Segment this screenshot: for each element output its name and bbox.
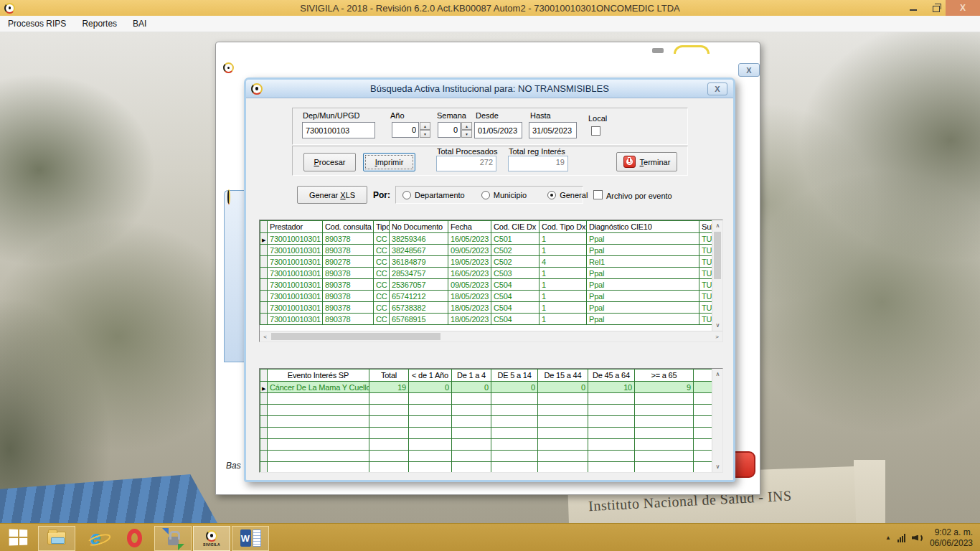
taskbar-transfer-lock[interactable] <box>154 526 192 551</box>
week-input[interactable] <box>438 122 461 138</box>
table-row[interactable]: 730010010301890378CC6574121218/05/2023C5… <box>260 291 714 302</box>
scroll-down-icon[interactable]: ∨ <box>712 320 723 331</box>
results-tbody: 730010010301890378CC3825934616/05/2023C5… <box>260 233 714 325</box>
scroll-right-icon[interactable]: > <box>712 331 722 342</box>
actions-panel: Procesar Imprimir Total Procesados 272 T… <box>292 146 688 176</box>
local-checkbox[interactable] <box>591 126 600 136</box>
transfer-lock-icon <box>168 537 179 545</box>
radio-municipio[interactable]: Municipio <box>481 191 527 199</box>
start-button[interactable] <box>0 524 37 551</box>
header-row: Prestador Cod. consulta Tipo No Document… <box>260 221 714 233</box>
close-button[interactable]: X <box>946 0 980 16</box>
minimize-button[interactable] <box>903 0 924 16</box>
dialog-titlebar[interactable]: Búsqueda Activa Institucional para: NO T… <box>246 80 733 98</box>
close-icon[interactable]: X <box>738 63 760 77</box>
dep-mun-upgd-input[interactable] <box>302 122 375 138</box>
menu-reportes[interactable]: Reportes <box>74 17 125 31</box>
table-row[interactable] <box>260 462 714 474</box>
row-selector <box>260 233 268 245</box>
table-row[interactable]: 730010010301890378CC3824856709/05/2023C5… <box>260 245 714 256</box>
total-reg-interes-label: Total reg Interés <box>509 147 565 156</box>
table-row[interactable] <box>260 451 714 462</box>
radio-departamento[interactable]: Departamento <box>402 191 465 199</box>
radio-general[interactable]: General <box>547 191 588 199</box>
word-icon: W <box>240 529 261 547</box>
from-date-label: Desde <box>476 111 499 120</box>
week-up-icon[interactable]: ▲ <box>461 122 472 130</box>
week-down-icon[interactable]: ▼ <box>461 130 472 138</box>
por-radio-group: Departamento Municipio General <box>395 186 583 204</box>
row-selector <box>260 291 268 302</box>
results-vertical-scrollbar[interactable]: ∧ ∨ <box>712 220 722 331</box>
menu-bar: Procesos RIPS Reportes BAI <box>0 16 980 32</box>
table-row[interactable] <box>260 416 714 428</box>
archivo-por-evento-checkbox[interactable] <box>593 190 603 199</box>
header-row: Evento Interés SP Total < de 1 Año De 1 … <box>260 369 714 382</box>
table-row[interactable] <box>260 439 714 451</box>
volume-icon[interactable] <box>912 533 923 543</box>
partial-base-label: Bas <box>226 461 241 471</box>
taskbar-clock[interactable]: 9:02 a. m. 06/06/2023 <box>930 527 973 549</box>
row-selector <box>260 416 268 428</box>
row-selector <box>260 268 268 279</box>
year-down-icon[interactable]: ▼ <box>420 130 430 138</box>
scroll-up-icon[interactable]: ∧ <box>712 369 723 380</box>
row-selector <box>260 393 268 405</box>
year-stepper: ▲▼ <box>392 122 430 138</box>
year-input[interactable] <box>392 122 419 138</box>
scroll-up-icon[interactable]: ∧ <box>712 220 723 231</box>
taskbar-word[interactable]: W <box>232 526 269 551</box>
row-selector <box>260 382 268 393</box>
system-tray: ▲ 9:02 a. m. 06/06/2023 <box>885 524 980 551</box>
taskbar-internet-explorer[interactable]: e <box>77 526 114 551</box>
table-row[interactable]: 730010010301890378CC2853475716/05/2023C5… <box>260 268 714 279</box>
scroll-down-icon[interactable]: ∨ <box>712 461 723 472</box>
logo-fragment <box>652 48 664 53</box>
terminar-button[interactable]: Terminar <box>616 152 677 171</box>
hidden-icons-chevron[interactable]: ▲ <box>885 534 891 541</box>
table-row[interactable] <box>260 405 714 416</box>
year-label: Año <box>390 111 405 120</box>
summary-tbody: Cáncer De La Mama Y Cuello190000109 <box>260 382 714 474</box>
year-up-icon[interactable]: ▲ <box>420 122 430 130</box>
row-selector <box>260 302 268 314</box>
total-procesados-value: 272 <box>436 156 496 171</box>
menu-procesos-rips[interactable]: Procesos RIPS <box>0 17 74 31</box>
scroll-left-icon[interactable]: < <box>260 331 270 342</box>
row-selector <box>260 279 268 291</box>
internet-explorer-icon: e <box>90 529 100 548</box>
summary-vertical-scrollbar[interactable]: ∧ ∨ <box>712 369 722 472</box>
generar-xls-button[interactable]: Generar XLS <box>297 186 367 204</box>
dialog-title: Búsqueda Activa Institucional para: NO T… <box>246 83 733 94</box>
procesar-button[interactable]: Procesar <box>303 153 356 171</box>
table-row[interactable] <box>260 393 714 405</box>
summary-grid: Evento Interés SP Total < de 1 Año De 1 … <box>259 368 723 473</box>
table-row[interactable]: 730010010301890378CC6576891518/05/2023C5… <box>260 314 714 325</box>
scrollbar-thumb[interactable] <box>271 333 440 340</box>
network-signal-icon[interactable] <box>897 534 905 542</box>
taskbar-file-explorer[interactable] <box>38 526 75 551</box>
to-date-input[interactable] <box>529 122 577 138</box>
app-title: SIVIGILA - 2018 - Revisión 6.2.0 Act.KB0… <box>0 3 980 14</box>
radio-icon <box>481 191 490 199</box>
results-horizontal-scrollbar[interactable]: < > <box>260 331 722 342</box>
table-row[interactable]: 730010010301890378CC2536705709/05/2023C5… <box>260 279 714 291</box>
from-date-input[interactable] <box>474 122 522 138</box>
table-row[interactable] <box>260 428 714 439</box>
table-row[interactable]: 730010010301890378CC3825934616/05/2023C5… <box>260 233 714 245</box>
table-row[interactable]: Cáncer De La Mama Y Cuello190000109 <box>260 382 714 393</box>
row-selector <box>260 405 268 416</box>
restore-button[interactable] <box>924 0 946 16</box>
menu-bai[interactable]: BAI <box>125 17 154 31</box>
taskbar-sivigila[interactable]: SIVIGILA <box>193 526 230 551</box>
bai-dialog: Búsqueda Activa Institucional para: NO T… <box>244 77 735 482</box>
dialog-close-icon[interactable]: X <box>707 83 727 95</box>
filters-panel: Dep/Mun/UPGD Año ▲▼ Semana ▲▼ Desde Hast… <box>292 108 688 145</box>
table-row[interactable]: 730010010301890278CC3618487919/05/2023C5… <box>260 256 714 268</box>
taskbar-opera[interactable] <box>116 526 153 551</box>
imprimir-button[interactable]: Imprimir <box>363 153 415 171</box>
scrollbar-thumb[interactable] <box>714 232 721 279</box>
local-label: Local <box>588 114 607 123</box>
table-row[interactable]: 730010010301890378CC6573838218/05/2023C5… <box>260 302 714 314</box>
to-date-label: Hasta <box>530 111 551 120</box>
